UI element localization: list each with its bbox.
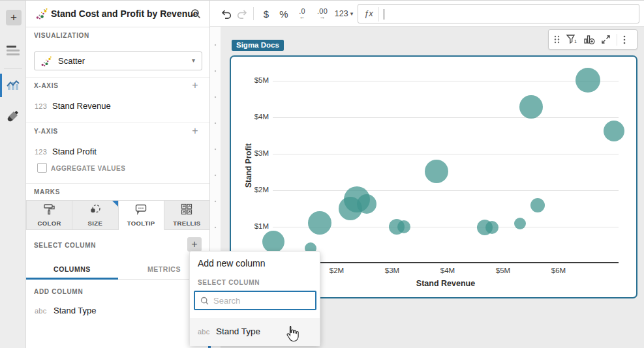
- data-bubble[interactable]: [357, 194, 376, 214]
- column-option-stand-type[interactable]: abc Stand Type: [190, 318, 320, 346]
- field-name: Stand Type: [216, 326, 260, 336]
- page-outline-icon[interactable]: [7, 46, 20, 56]
- tab-label: TRELLIS: [173, 220, 200, 227]
- x-axis-title: Stand Revenue: [406, 279, 485, 288]
- tooltip-bubble-icon: [134, 203, 147, 218]
- data-bubble[interactable]: [262, 231, 284, 253]
- y-axis-tick-label: $1M: [231, 222, 269, 230]
- data-bubble[interactable]: [530, 198, 545, 212]
- tab-label: TOOLTIP: [127, 220, 155, 227]
- y-axis-tick-label: $5M: [231, 76, 269, 84]
- gridline: [273, 81, 619, 81]
- popup-title: Add new column: [198, 258, 266, 268]
- field-type-badge: abc: [198, 328, 209, 336]
- undo-icon[interactable]: [218, 1, 234, 27]
- tab-tooltip[interactable]: TOOLTIP: [119, 200, 164, 230]
- visualization-section-label: VISUALIZATION: [34, 32, 89, 39]
- trellis-grid-icon: [180, 203, 193, 218]
- data-bubble[interactable]: [308, 211, 331, 235]
- add-column-section-label: ADD COLUMN: [34, 288, 83, 295]
- x-axis-tick-label: $4M: [428, 267, 467, 274]
- visualization-type-select[interactable]: Scatter ▾: [34, 51, 202, 70]
- number-format-dropdown[interactable]: 123▾: [333, 1, 355, 27]
- data-bubble[interactable]: [575, 68, 600, 93]
- x-axis-line: [273, 262, 619, 263]
- maximize-icon[interactable]: [601, 35, 611, 44]
- toolbar-divider: [617, 34, 617, 46]
- x-axis-add-button[interactable]: +: [188, 78, 202, 93]
- column-search-input[interactable]: [213, 293, 313, 308]
- data-bubble[interactable]: [604, 121, 624, 141]
- x-axis-tick-label: $3M: [373, 267, 412, 274]
- field-name: Stand Profit: [52, 147, 97, 156]
- decrease-decimal-button[interactable]: .0←: [294, 1, 311, 27]
- data-bubble[interactable]: [425, 160, 448, 183]
- panel-header: Stand Cost and Profit by Revenue: [26, 1, 209, 27]
- format-brush-icon[interactable]: [6, 110, 20, 124]
- aggregate-values-row: AGGREGATE VALUES: [26, 163, 209, 176]
- add-element-button[interactable]: +: [6, 10, 22, 25]
- column-metric-tabs: COLUMNS METRICS: [26, 260, 210, 280]
- data-bubble[interactable]: [485, 221, 498, 234]
- rail-active-indicator: [0, 74, 2, 97]
- element-toolbar: 1: [548, 29, 637, 50]
- tab-trellis[interactable]: TRELLIS: [164, 200, 210, 230]
- y-axis-tick-label: $4M: [231, 113, 269, 121]
- data-bubble[interactable]: [519, 95, 543, 119]
- y-axis-add-button[interactable]: +: [188, 124, 202, 138]
- filter-icon[interactable]: 1: [566, 34, 577, 45]
- tab-label: COLOR: [38, 220, 61, 227]
- search-icon[interactable]: [190, 8, 202, 22]
- increase-decimal-button[interactable]: .00→: [313, 1, 331, 27]
- drag-handle-icon[interactable]: [554, 35, 560, 44]
- add-column-popup: Add new column SELECT COLUMN abc Stand T…: [189, 251, 320, 345]
- field-type-badge: 123: [35, 102, 47, 110]
- formula-bar[interactable]: ƒx: [358, 4, 639, 23]
- filter-count: 1: [574, 39, 577, 44]
- search-icon: [200, 296, 209, 308]
- kebab-menu-icon[interactable]: [623, 35, 626, 44]
- tab-label: SIZE: [88, 220, 103, 227]
- x-axis-field[interactable]: 123 Stand Revenue: [26, 98, 209, 114]
- y-axis-field[interactable]: 123 Stand Profit: [26, 144, 209, 160]
- field-type-badge: 123: [35, 148, 47, 156]
- select-column-label: SELECT COLUMN: [34, 242, 96, 249]
- visualization-type-value: Scatter: [58, 56, 85, 66]
- data-bubble[interactable]: [397, 220, 410, 233]
- gridline: [273, 154, 619, 154]
- tab-columns[interactable]: COLUMNS: [26, 260, 118, 279]
- x-axis-section-label: X-AXIS: [34, 82, 59, 89]
- aggregate-values-checkbox[interactable]: [37, 163, 47, 173]
- currency-format-button[interactable]: $: [258, 1, 274, 27]
- add-column-field[interactable]: abc Stand Type: [26, 303, 209, 319]
- rail-divider: [4, 68, 22, 69]
- x-axis-tick-label: $6M: [539, 267, 578, 274]
- x-axis-tick-label: $5M: [483, 267, 523, 274]
- tab-color[interactable]: COLOR: [26, 200, 72, 230]
- field-name: Stand Type: [54, 306, 97, 315]
- element-name-badge[interactable]: Sigma Docs: [232, 40, 284, 51]
- column-search-box[interactable]: [194, 291, 316, 310]
- aggregate-values-label: AGGREGATE VALUES: [51, 165, 125, 172]
- y-axis-tick-label: $2M: [231, 186, 269, 194]
- data-bubble[interactable]: [514, 218, 526, 229]
- text-caret: [384, 9, 384, 20]
- field-name: Stand Revenue: [52, 101, 111, 111]
- size-circles-icon: [89, 203, 102, 218]
- marks-section-label: MARKS: [34, 188, 60, 196]
- fx-icon: ƒx: [364, 8, 373, 18]
- cursor-pointer-icon: [284, 325, 299, 345]
- chart-element-icon[interactable]: [6, 78, 20, 92]
- redo-icon[interactable]: [235, 1, 251, 27]
- popup-section-label: SELECT COLUMN: [198, 279, 260, 286]
- tab-size[interactable]: SIZE: [72, 200, 118, 230]
- scatter-type-icon: [40, 55, 52, 70]
- tooltip-add-column-button[interactable]: +: [187, 237, 202, 252]
- scatter-type-icon: [35, 7, 48, 23]
- left-rail: +: [0, 1, 26, 348]
- percent-format-button[interactable]: %: [275, 1, 292, 27]
- element-editor-panel: Stand Cost and Profit by Revenue VISUALI…: [26, 1, 210, 348]
- marks-tabs: COLOR SIZE TOOLTIP T: [26, 200, 210, 230]
- create-child-element-icon[interactable]: [583, 34, 595, 45]
- field-type-badge: abc: [35, 307, 46, 315]
